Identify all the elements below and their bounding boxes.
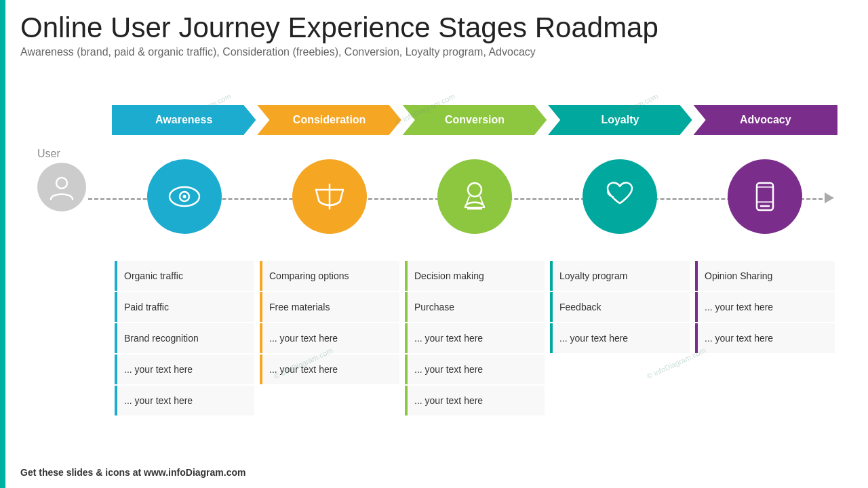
list-item: Free materials	[260, 292, 399, 322]
list-item: ... your text here	[550, 323, 690, 353]
circle-conversion	[437, 159, 512, 234]
footer: Get these slides & icons at www.infoDiag…	[20, 467, 848, 478]
content-table: Organic trafficPaid trafficBrand recogni…	[112, 261, 837, 415]
stage-conversion: Conversion	[403, 105, 547, 135]
list-item: ... your text here	[260, 354, 399, 384]
stage-circles	[112, 149, 837, 244]
stage-consideration: Consideration	[257, 105, 401, 135]
list-item: ... your text here	[115, 354, 254, 384]
footer-text-plain: Get these slides & icons at www.	[20, 467, 168, 478]
list-item: Paid traffic	[115, 292, 254, 322]
content-col-loyalty: Loyalty programFeedback... your text her…	[547, 261, 692, 415]
circle-advocacy	[728, 159, 802, 234]
list-item: ... your text here	[405, 323, 545, 353]
content-col-advocacy: Opinion Sharing... your text here... you…	[692, 261, 837, 415]
footer-brand: infoDiagram	[168, 467, 224, 478]
list-item: Brand recognition	[115, 323, 254, 353]
list-item: Organic traffic	[115, 261, 254, 291]
content-col-consideration: Comparing optionsFree materials... your …	[257, 261, 402, 415]
list-item: Opinion Sharing	[695, 261, 835, 291]
svg-point-0	[56, 178, 67, 188]
list-item: Loyalty program	[550, 261, 690, 291]
circle-awareness	[147, 159, 222, 234]
header: Online User Journey Experience Stages Ro…	[20, 12, 848, 58]
stage-awareness: Awareness	[112, 105, 256, 135]
svg-point-3	[183, 195, 186, 199]
list-item: Purchase	[405, 292, 545, 322]
list-item: Comparing options	[260, 261, 399, 291]
content-col-conversion: Decision makingPurchase... your text her…	[402, 261, 547, 415]
stage-advocacy: Advocacy	[694, 105, 837, 135]
footer-domain: .com	[224, 467, 246, 478]
left-accent-bar	[0, 0, 5, 488]
list-item: ... your text here	[405, 386, 545, 415]
list-item: Decision making	[405, 261, 545, 291]
circle-loyalty	[583, 159, 657, 234]
circle-consideration	[292, 159, 367, 234]
list-item: ... your text here	[405, 354, 545, 384]
list-item: ... your text here	[260, 323, 399, 353]
list-item: Feedback	[550, 292, 690, 322]
stage-loyalty: Loyalty	[548, 105, 692, 135]
content-col-awareness: Organic trafficPaid trafficBrand recogni…	[112, 261, 257, 415]
list-item: ... your text here	[695, 323, 835, 353]
stages-row: Awareness Consideration Conversion Loyal…	[112, 105, 837, 135]
svg-point-6	[468, 183, 481, 197]
list-item: ... your text here	[115, 386, 254, 415]
user-avatar	[37, 163, 86, 211]
user-label: User	[37, 148, 60, 160]
list-item: ... your text here	[695, 292, 835, 322]
page-title: Online User Journey Experience Stages Ro…	[20, 12, 848, 43]
page-subtitle: Awareness (brand, paid & organic traffic…	[20, 46, 848, 58]
